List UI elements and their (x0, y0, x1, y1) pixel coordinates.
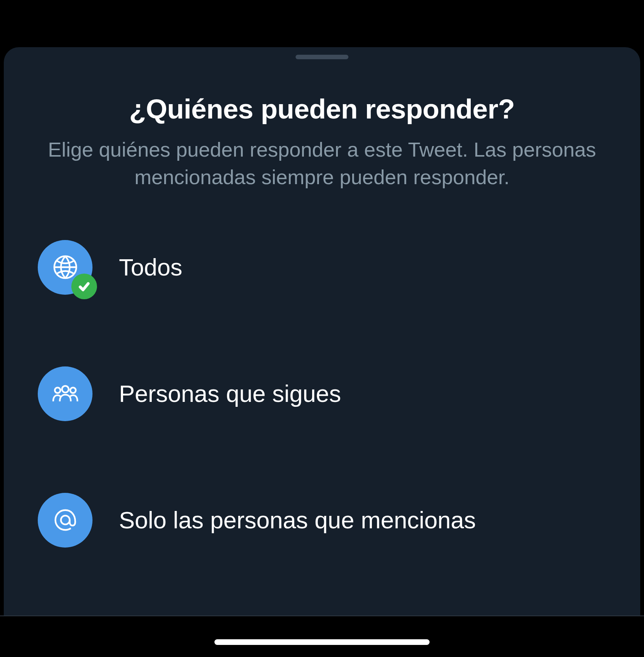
at-icon (52, 507, 79, 533)
bottom-bar (0, 615, 644, 657)
globe-icon-container (38, 240, 92, 295)
option-everyone[interactable]: Todos (38, 240, 606, 295)
option-label: Todos (119, 254, 182, 281)
at-icon-container (38, 493, 92, 548)
home-indicator[interactable] (214, 639, 430, 645)
svg-point-3 (70, 388, 76, 393)
people-icon-container (38, 366, 92, 421)
option-mentioned[interactable]: Solo las personas que mencionas (38, 493, 606, 548)
option-label: Solo las personas que mencionas (119, 506, 476, 534)
svg-point-2 (55, 388, 60, 393)
reply-settings-sheet: ¿Quiénes pueden responder? Elige quiénes… (4, 47, 640, 615)
option-following[interactable]: Personas que sigues (38, 366, 606, 421)
option-label: Personas que sigues (119, 380, 341, 407)
globe-icon (52, 254, 79, 280)
sheet-subtitle: Elige quiénes pueden responder a este Tw… (38, 136, 606, 191)
drag-handle[interactable] (296, 55, 348, 59)
svg-point-1 (62, 386, 69, 393)
check-icon (77, 280, 91, 293)
sheet-title: ¿Quiénes pueden responder? (38, 93, 606, 125)
selected-check-badge (71, 274, 97, 299)
people-icon (52, 380, 79, 407)
options-list: Todos Personas que sigues (4, 240, 640, 548)
sheet-header: ¿Quiénes pueden responder? Elige quiénes… (4, 93, 640, 191)
svg-point-4 (61, 516, 69, 525)
